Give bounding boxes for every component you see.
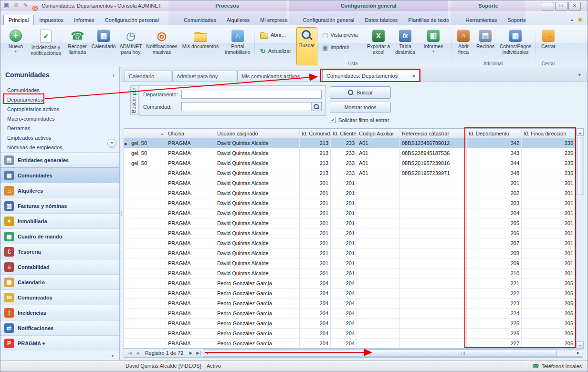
sidebar-bottom-chevron-icon[interactable]: ▾ xyxy=(111,353,114,358)
adminet-hoy-button[interactable]: ADMINET para hoy xyxy=(117,27,145,61)
ribbon-tab[interactable]: Comunidades xyxy=(178,15,221,25)
solicitar-filtro-checkbox[interactable]: Solicitar filtro al entrar xyxy=(330,117,389,123)
previous-record-button[interactable]: ◀ xyxy=(134,351,141,355)
document-tab[interactable]: Comunidades: Departamentos × xyxy=(322,70,420,81)
cerrar-button[interactable]: → Cerrar xyxy=(537,27,560,61)
recibos-button[interactable]: ▤ Recibos xyxy=(475,27,496,61)
exportar-excel-button[interactable]: X Exportar a excel xyxy=(365,27,392,61)
ribbon-tab[interactable]: Soporte xyxy=(503,15,532,25)
sidebar-nav-item[interactable]: ▦ Comunidades xyxy=(0,167,119,183)
grid-row[interactable]: PRAGMA David Quintas Alcalde 201 201 202… xyxy=(124,188,576,198)
grid-row[interactable]: PRAGMA Pedro González García 204 204 221… xyxy=(124,279,576,289)
sidebar-nav-item[interactable]: P PRAGMA + xyxy=(0,335,119,351)
incidencias-button[interactable]: Incidencias y notificaciones xyxy=(28,27,63,61)
mostrar-todos-button[interactable]: Mostrar todos xyxy=(330,102,391,113)
sidebar-nav-item[interactable]: ▦ Calendario xyxy=(0,274,119,289)
actualizar-button[interactable]: Actualizar xyxy=(258,46,300,56)
grid-row[interactable]: PRAGMA David Quintas Alcalde 201 201 201… xyxy=(124,178,576,188)
column-header[interactable]: Id. Departamento xyxy=(467,129,522,138)
first-record-button[interactable]: |◀ xyxy=(126,351,134,355)
comunidad-input[interactable] xyxy=(182,103,311,111)
sidebar-nav-item[interactable]: ▤ Entidades generales xyxy=(0,152,119,167)
imprimir-button[interactable]: Imprimir xyxy=(320,42,368,52)
recoger-llamada-button[interactable]: Recoger llamada xyxy=(64,27,90,61)
buscar-por-side-tab[interactable]: Buscar por xyxy=(130,85,139,115)
sidebar-link[interactable]: Empleados activos xyxy=(0,133,119,143)
grid-row[interactable]: PRAGMA David Quintas Alcalde 201 201 206… xyxy=(124,228,576,238)
comunidad-lookup-button[interactable] xyxy=(311,103,321,111)
horizontal-scrollbar[interactable]: ◀ ▶ xyxy=(203,349,582,357)
grid-row[interactable]: gel, 50 PRAGMA David Quintas Alcalde 213… xyxy=(124,158,576,168)
sidebar-link[interactable]: Comunidades xyxy=(0,85,119,95)
sidebar-nav-item[interactable]: ≡ Contabilidad xyxy=(0,259,119,274)
grid-row[interactable]: PRAGMA David Quintas Alcalde 201 201 207… xyxy=(124,238,576,248)
vertical-scrollbar[interactable]: ▲ ▼ xyxy=(576,129,584,349)
sidebar-nav-item[interactable]: € Tesorería xyxy=(0,244,119,259)
document-tab[interactable]: Mis comunicados activos xyxy=(237,71,321,81)
restore-button[interactable]: ❐ xyxy=(555,2,567,10)
checkbox-box[interactable] xyxy=(330,117,336,123)
vista-previa-button[interactable]: Vista previa xyxy=(320,30,368,40)
column-header[interactable]: Oficina xyxy=(166,129,215,138)
ribbon-tab[interactable]: Plantillas de texto xyxy=(403,15,454,25)
ribbon-tab[interactable]: Alquileres xyxy=(221,15,255,25)
ribbon-tab[interactable]: Configuración personal xyxy=(100,15,164,25)
buscar-button[interactable]: Buscar xyxy=(296,27,317,65)
vertical-scroll-thumb[interactable] xyxy=(577,137,584,195)
grid-row[interactable]: PRAGMA David Quintas Alcalde 201 201 208… xyxy=(124,248,576,258)
ribbon-tab[interactable]: Configuración general xyxy=(298,15,360,25)
grid-row[interactable]: PRAGMA David Quintas Alcalde 201 201 205… xyxy=(124,218,576,228)
grid-row[interactable]: gel, 50 PRAGMA David Quintas Alcalde 213… xyxy=(124,148,576,158)
column-header[interactable]: Referencia catastral xyxy=(400,129,467,138)
calendario-button[interactable]: ▦ Calendario xyxy=(91,27,116,61)
grid-row[interactable]: PRAGMA Pedro González García 204 204 224… xyxy=(124,309,576,319)
abrir-finca-button[interactable]: ⌂ Abrir finca xyxy=(453,27,474,61)
close-tab-icon[interactable]: × xyxy=(410,73,415,79)
grid-row[interactable]: PRAGMA Pedro González García 204 204 222… xyxy=(124,289,576,299)
column-header[interactable]: Usuario asignado xyxy=(215,129,300,138)
collapse-sidebar-icon[interactable]: ‹ xyxy=(113,72,115,79)
document-tab[interactable]: Calendario xyxy=(125,71,171,81)
sidebar-link[interactable]: Nóminas de empleados xyxy=(0,143,119,152)
sidebar-nav-item[interactable]: ! Incidencias xyxy=(0,305,119,320)
tabla-dinamica-button[interactable]: fx Tabla dinámica xyxy=(393,27,418,61)
compose-icon[interactable]: ✎ xyxy=(21,1,30,10)
sidebar-nav-item[interactable]: ⇄ Notificaciones xyxy=(0,320,119,335)
scroll-right-icon[interactable]: ▶ xyxy=(575,350,582,356)
grid-row[interactable]: PRAGMA Pedro González García 204 204 227… xyxy=(124,339,576,349)
informes-button[interactable]: ▥ Informes▼ xyxy=(419,27,448,61)
grid-row[interactable]: PRAGMA David Quintas Alcalde 201 201 210… xyxy=(124,269,576,279)
ribbon-tab[interactable]: Informes xyxy=(69,15,100,25)
column-header[interactable]: Id. Cliente ▲ xyxy=(331,129,357,138)
horizontal-scroll-thumb[interactable] xyxy=(369,350,557,356)
scroll-down-button[interactable]: ▼ xyxy=(107,139,116,148)
cobros-pagos-button[interactable]: ▦ Cobros/Pagos individuales xyxy=(497,27,534,61)
collapse-ribbon-icon[interactable]: ▴ xyxy=(571,17,573,22)
portal-inmobiliario-button[interactable]: ⌂ Portal inmobiliario xyxy=(223,27,252,61)
column-header[interactable]: Código Auxiliar xyxy=(357,129,400,138)
grid-row[interactable]: PRAGMA David Quintas Alcalde 213 233 A01… xyxy=(124,168,576,178)
close-button[interactable]: ✕ xyxy=(568,2,581,10)
ribbon-tab[interactable]: Mi empresa xyxy=(255,15,293,25)
sidebar-nav-item[interactable]: ✉ Comunicados xyxy=(0,289,119,305)
ribbon-tab[interactable]: Impuestos xyxy=(34,15,69,25)
grid-row[interactable]: gel, 50 PRAGMA David Quintas Alcalde 213… xyxy=(124,138,576,148)
grid-row[interactable]: PRAGMA David Quintas Alcalde 201 201 203… xyxy=(124,198,576,208)
ribbon-tab[interactable]: Herramientas xyxy=(460,15,502,25)
column-header[interactable]: Id. Finca dirección xyxy=(522,129,576,138)
grid-row[interactable]: PRAGMA Pedro González García 204 204 225… xyxy=(124,319,576,329)
filter-buscar-button[interactable]: Buscar xyxy=(330,86,391,99)
grid-row[interactable]: PRAGMA Pedro González García 204 204 223… xyxy=(124,299,576,309)
sidebar-nav-item[interactable]: ▦ Cuadro de mando xyxy=(0,228,119,244)
mis-documentos-button[interactable]: Mis documentos xyxy=(179,27,222,61)
sidebar-link[interactable]: Derramas xyxy=(0,124,119,133)
departamento-input[interactable] xyxy=(181,90,322,99)
scroll-left-icon[interactable]: ◀ xyxy=(203,350,210,356)
ribbon-tab[interactable]: Datos básicos xyxy=(359,15,403,25)
grid-row[interactable]: PRAGMA David Quintas Alcalde 201 201 209… xyxy=(124,258,576,269)
grid-row[interactable]: PRAGMA Pedro González García 204 204 226… xyxy=(124,329,576,339)
panel-icon[interactable]: ▣ xyxy=(578,16,583,22)
abrir-button[interactable]: Abrir... xyxy=(258,30,300,40)
tab-list-dropdown-icon[interactable]: ▼ xyxy=(578,72,582,77)
mail-icon[interactable]: ✉ xyxy=(12,1,20,10)
